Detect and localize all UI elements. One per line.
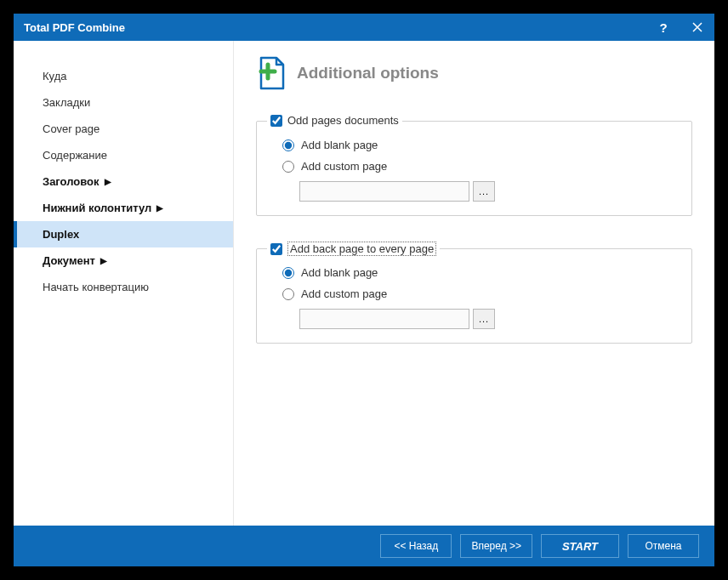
odd-add-custom-option[interactable]: Add custom page: [282, 160, 678, 173]
sidebar-item-8[interactable]: Начать конвертацию: [14, 274, 233, 300]
main-header: Additional options: [256, 56, 692, 90]
sidebar-item-label: Duplex: [43, 228, 79, 241]
back-add-blank-radio[interactable]: [282, 267, 294, 279]
odd-custom-path-row: ...: [299, 181, 678, 202]
forward-button[interactable]: Вперед >>: [460, 534, 532, 558]
footer: << Назад Вперед >> START Отмена: [14, 526, 714, 566]
help-button[interactable]: ?: [646, 14, 680, 41]
main-panel: Additional options Odd pages documents A…: [233, 41, 714, 526]
back-add-custom-label: Add custom page: [301, 287, 387, 300]
back-button[interactable]: << Назад: [380, 534, 452, 558]
titlebar: Total PDF Combine ?: [14, 14, 714, 41]
sidebar-item-label: Документ: [43, 254, 95, 267]
back-add-custom-radio[interactable]: [282, 288, 294, 300]
sidebar-item-4[interactable]: Заголовок▶: [14, 168, 233, 195]
sidebar-item-5[interactable]: Нижний колонтитул▶: [14, 195, 233, 221]
odd-pages-checkbox[interactable]: [270, 115, 282, 127]
back-page-legend-label[interactable]: Add back page to every page: [287, 242, 436, 256]
body: КудаЗакладкиCover pageСодержаниеЗаголово…: [14, 41, 714, 526]
back-page-legend: Add back page to every page: [267, 242, 440, 256]
sidebar-item-1[interactable]: Закладки: [14, 89, 233, 116]
odd-add-custom-label: Add custom page: [301, 160, 387, 173]
back-custom-path-input[interactable]: [299, 309, 469, 329]
window-title: Total PDF Combine: [24, 21, 646, 34]
close-button[interactable]: [680, 14, 714, 41]
odd-pages-group: Odd pages documents Add blank page Add c…: [256, 121, 692, 216]
odd-browse-button[interactable]: ...: [473, 181, 495, 202]
sidebar: КудаЗакладкиCover pageСодержаниеЗаголово…: [14, 41, 233, 526]
odd-add-blank-option[interactable]: Add blank page: [282, 139, 678, 151]
start-button[interactable]: START: [541, 534, 619, 558]
sidebar-item-label: Куда: [43, 70, 66, 82]
sidebar-item-2[interactable]: Cover page: [14, 116, 233, 142]
app-window: Total PDF Combine ? КудаЗакладкиCover pa…: [14, 14, 714, 566]
close-icon: [692, 22, 702, 32]
sidebar-item-3[interactable]: Содержание: [14, 142, 233, 168]
sidebar-item-label: Начать конвертацию: [43, 281, 149, 293]
sidebar-item-0[interactable]: Куда: [14, 63, 233, 89]
odd-add-blank-label: Add blank page: [301, 139, 378, 151]
chevron-right-icon: ▶: [156, 203, 163, 213]
odd-add-blank-radio[interactable]: [282, 139, 294, 151]
back-page-checkbox[interactable]: [270, 243, 282, 255]
back-browse-button[interactable]: ...: [473, 309, 495, 329]
chevron-right-icon: ▶: [100, 256, 107, 265]
back-add-custom-option[interactable]: Add custom page: [282, 287, 678, 300]
back-page-group: Add back page to every page Add blank pa…: [256, 248, 692, 344]
additional-options-icon: [256, 56, 287, 90]
sidebar-item-label: Закладки: [43, 96, 90, 109]
sidebar-item-6[interactable]: Duplex: [14, 221, 233, 247]
back-add-blank-option[interactable]: Add blank page: [282, 266, 678, 279]
odd-pages-legend: Odd pages documents: [267, 114, 402, 127]
sidebar-item-label: Cover page: [43, 122, 100, 135]
odd-pages-legend-label[interactable]: Odd pages documents: [287, 114, 399, 127]
sidebar-item-label: Заголовок: [43, 175, 100, 188]
back-custom-path-row: ...: [299, 309, 678, 329]
back-add-blank-label: Add blank page: [301, 266, 378, 279]
odd-add-custom-radio[interactable]: [282, 161, 294, 173]
cancel-button[interactable]: Отмена: [628, 534, 699, 558]
sidebar-item-7[interactable]: Документ▶: [14, 247, 233, 274]
main-heading: Additional options: [297, 64, 439, 82]
odd-custom-path-input[interactable]: [299, 181, 469, 202]
sidebar-item-label: Нижний колонтитул: [43, 202, 151, 214]
chevron-right-icon: ▶: [105, 177, 111, 186]
sidebar-item-label: Содержание: [43, 149, 107, 162]
